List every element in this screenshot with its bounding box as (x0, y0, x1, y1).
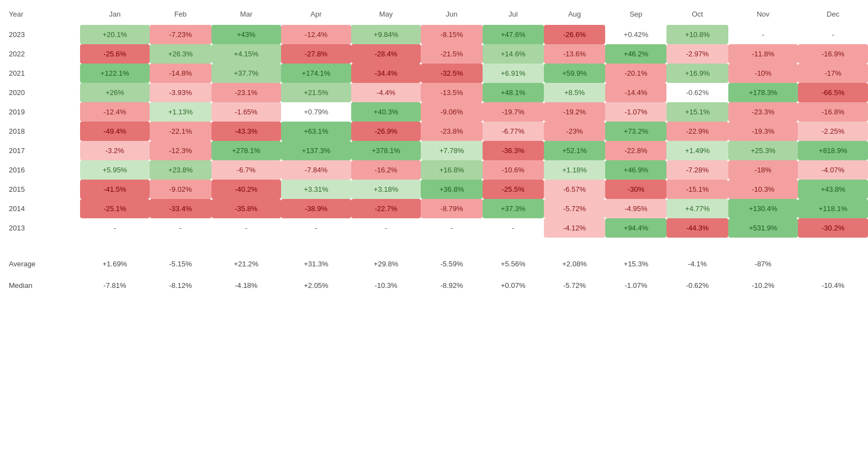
apr-header: Apr (281, 6, 351, 25)
average-value-cell: -87% (728, 255, 798, 272)
nov-header: Nov (728, 6, 798, 25)
aug-header: Aug (544, 6, 605, 25)
value-cell: -6.77% (483, 122, 544, 141)
value-cell: -26.6% (544, 25, 605, 44)
value-cell: -43.3% (211, 122, 282, 141)
value-cell: -18% (728, 160, 798, 180)
value-cell: +174.1% (281, 64, 351, 83)
year-2015: 2015 (0, 180, 80, 199)
average-value-cell: +21.2% (211, 255, 282, 272)
median-value-cell: +2.05% (281, 277, 351, 294)
header-row: Year Jan Feb Mar Apr May Jun Jul Aug Sep… (0, 6, 868, 25)
value-cell: +1.18% (544, 160, 605, 180)
median-label: Median (0, 277, 80, 294)
value-cell: -2.97% (666, 44, 728, 64)
value-cell: -16.8% (798, 102, 868, 122)
spacer-row (0, 238, 868, 255)
value-cell: +36.8% (421, 180, 482, 199)
value-cell: -16.2% (351, 160, 421, 180)
median-value-cell: -7.81% (80, 277, 150, 294)
average-row: Average+1.69%-5.15%+21.2%+31.3%+29.8%-5.… (0, 255, 868, 272)
value-cell: +8.5% (544, 83, 605, 102)
value-cell: -28.4% (351, 44, 421, 64)
value-cell: -19.2% (544, 102, 605, 122)
value-cell: +15.1% (666, 102, 728, 122)
value-cell: -14.4% (605, 83, 666, 102)
spacer-row-2 (0, 272, 868, 277)
value-cell: -3.2% (80, 141, 150, 160)
value-cell: -12.4% (80, 102, 150, 122)
value-cell: -22.1% (150, 122, 211, 141)
value-cell: -6.7% (211, 160, 282, 180)
value-cell: -19.7% (483, 102, 544, 122)
value-cell: -20.1% (605, 64, 666, 83)
year-2019: 2019 (0, 102, 80, 122)
dec-header: Dec (798, 6, 868, 25)
value-cell: -27.8% (281, 44, 351, 64)
value-cell: +278.1% (211, 141, 282, 160)
table-row: 2023+20.1%-7.23%+43%-12.4%+9.84%-8.15%+4… (0, 25, 868, 44)
average-value-cell: +5.56% (483, 255, 544, 272)
value-cell: -12.4% (281, 25, 351, 44)
value-cell: +7.78% (421, 141, 482, 160)
value-cell: +1.13% (150, 102, 211, 122)
year-header: Year (0, 6, 80, 25)
value-cell: -23.8% (421, 122, 482, 141)
value-cell: -66.5% (798, 83, 868, 102)
value-cell: +37.7% (211, 64, 282, 83)
value-cell: +16.8% (421, 160, 482, 180)
value-cell: -25.6% (80, 44, 150, 64)
value-cell: -36.3% (483, 141, 544, 160)
value-cell: -41.5% (80, 180, 150, 199)
value-cell: -17% (798, 64, 868, 83)
value-cell: -34.4% (351, 64, 421, 83)
value-cell: +118.1% (798, 199, 868, 218)
value-cell: - (80, 218, 150, 238)
value-cell: +3.18% (351, 180, 421, 199)
value-cell: -4.4% (351, 83, 421, 102)
value-cell: -7.28% (666, 160, 728, 180)
value-cell: +37.3% (483, 199, 544, 218)
median-row: Median-7.81%-8.12%-4.18%+2.05%-10.3%-8.9… (0, 277, 868, 294)
value-cell: - (351, 218, 421, 238)
value-cell: -23.3% (728, 102, 798, 122)
value-cell: +4.77% (666, 199, 728, 218)
value-cell: -38.9% (281, 199, 351, 218)
median-value-cell: -8.92% (421, 277, 482, 294)
year-2018: 2018 (0, 122, 80, 141)
value-cell: -13.6% (544, 44, 605, 64)
year-2014: 2014 (0, 199, 80, 218)
average-value-cell (798, 255, 868, 272)
median-value-cell: -10.2% (728, 277, 798, 294)
value-cell: -32.5% (421, 64, 482, 83)
value-cell: +52.1% (544, 141, 605, 160)
value-cell: -1.07% (605, 102, 666, 122)
feb-header: Feb (150, 6, 211, 25)
table-row: 2020+26%-3.93%-23.1%+21.5%-4.4%-13.5%+48… (0, 83, 868, 102)
value-cell: -11.8% (728, 44, 798, 64)
value-cell: -10.6% (483, 160, 544, 180)
value-cell: -10.3% (728, 180, 798, 199)
value-cell: -40.2% (211, 180, 282, 199)
jun-header: Jun (421, 6, 482, 25)
value-cell: +40.3% (351, 102, 421, 122)
value-cell: -4.95% (605, 199, 666, 218)
median-value-cell: -0.62% (666, 277, 728, 294)
value-cell: -8.79% (421, 199, 482, 218)
average-label: Average (0, 255, 80, 272)
value-cell: -30% (605, 180, 666, 199)
value-cell: +818.9% (798, 141, 868, 160)
value-cell: -49.4% (80, 122, 150, 141)
value-cell: -26.9% (351, 122, 421, 141)
value-cell: +26% (80, 83, 150, 102)
value-cell: - (281, 218, 351, 238)
table-row: 2022-25.6%+26.3%+4.15%-27.8%-28.4%-21.5%… (0, 44, 868, 64)
value-cell: -0.62% (666, 83, 728, 102)
table-row: 2019-12.4%+1.13%-1.65%+0.79%+40.3%-9.06%… (0, 102, 868, 122)
value-cell: -33.4% (150, 199, 211, 218)
value-cell: +0.42% (605, 25, 666, 44)
value-cell: - (728, 25, 798, 44)
table-row: 2017-3.2%-12.3%+278.1%+137.3%+378.1%+7.7… (0, 141, 868, 160)
value-cell: +5.95% (80, 160, 150, 180)
average-value-cell: +1.69% (80, 255, 150, 272)
